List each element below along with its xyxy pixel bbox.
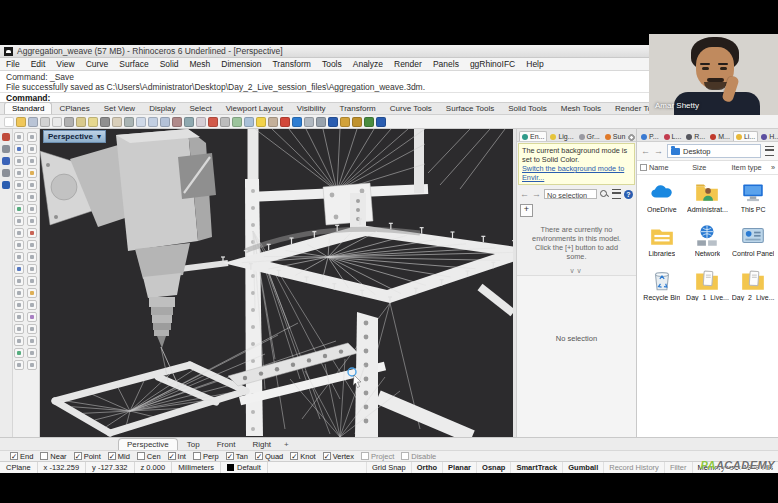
env-tab-en[interactable]: En... [519,131,547,141]
sidebar-tool-icon[interactable] [14,252,24,262]
move-view-icon[interactable] [124,117,134,127]
viewport-3d[interactable]: Perspective ▾ [40,129,513,437]
sidebar-tool-icon[interactable] [27,180,37,190]
move-icon[interactable] [220,117,230,127]
sidebar-tool-icon[interactable] [27,156,37,166]
sidebar-tool-icon[interactable] [14,240,24,250]
status-y-coordinate[interactable]: y -127.332 [86,462,134,473]
status-osnap[interactable]: Osnap [476,462,510,473]
sidebar-tool-icon[interactable] [27,240,37,250]
status-planar[interactable]: Planar [442,462,476,473]
sphere-dark-icon[interactable] [316,117,326,127]
search-icon[interactable] [600,190,609,199]
status-layer[interactable]: Default [221,462,268,473]
viewport-tab-front[interactable]: Front [209,439,244,450]
sidebar-tool-icon[interactable] [27,192,37,202]
sidebar-tool-icon[interactable] [14,168,24,178]
viewport-tab-top[interactable]: Top [179,439,208,450]
viewport-tab-perspective[interactable]: Perspective [118,438,178,450]
env-tab-lig[interactable]: Lig... [548,132,575,141]
menu-edit[interactable]: Edit [31,59,46,69]
column-header-name[interactable]: Name [649,163,690,172]
toolbar-tab-transform[interactable]: Transform [333,103,383,114]
column-header-item-type[interactable]: Item type [732,163,769,172]
osnap-toggle-disable[interactable]: Disable [401,452,436,461]
address-box[interactable]: Desktop [667,144,761,158]
lib-tab-m[interactable]: M... [708,132,732,141]
lib-tab-l[interactable]: L... [662,132,684,141]
sidebar-tool-icon[interactable] [14,336,24,346]
sidebar-tool-icon[interactable] [27,336,37,346]
sidebar-tool-icon[interactable] [14,360,24,370]
toolbar-tab-set-view[interactable]: Set View [97,103,142,114]
lib-tab-p[interactable]: P... [639,132,661,141]
forward-arrow-icon[interactable]: → [532,189,541,199]
add-viewport-tab-button[interactable]: + [280,439,293,450]
toolbar-tab-select[interactable]: Select [182,103,218,114]
status-gumball[interactable]: Gumball [562,462,603,473]
toolbar-tab-curve-tools[interactable]: Curve Tools [383,103,439,114]
sphere-gray-icon[interactable] [304,117,314,127]
viewport-title-tab[interactable]: Perspective ▾ [43,130,106,143]
sidebar-tool-icon[interactable] [27,252,37,262]
sidebar-tool-icon[interactable] [14,192,24,202]
sidebar-tool-icon[interactable] [27,216,37,226]
sidebar-tool-icon[interactable] [14,324,24,334]
selection-filter-box[interactable]: No selection [544,189,597,199]
toolbar-tab-mesh-tools[interactable]: Mesh Tools [554,103,608,114]
menu-tools[interactable]: Tools [322,59,342,69]
menu-mesh[interactable]: Mesh [190,59,211,69]
menu-solid[interactable]: Solid [160,59,179,69]
status-grid-snap[interactable]: Grid Snap [366,462,411,473]
orbit-icon[interactable] [244,117,254,127]
settings-gear-icon[interactable] [352,117,362,127]
toolbar-tab-surface-tools[interactable]: Surface Tools [439,103,501,114]
lock-icon[interactable] [268,117,278,127]
status-units[interactable]: Millimeters [172,462,221,473]
material-scoop-icon[interactable] [280,117,290,127]
circle-icon[interactable] [292,117,302,127]
menu-view[interactable]: View [56,59,74,69]
flag-icon[interactable] [340,117,350,127]
osnap-toggle-int[interactable]: ✓Int [168,452,186,461]
sidebar-tool-icon[interactable] [14,264,24,274]
copy-icon[interactable] [52,117,62,127]
sidebar-tool-icon[interactable] [14,300,24,310]
menu-help[interactable]: Help [526,59,543,69]
sidebar-tool-icon[interactable] [27,228,37,238]
file-item-network[interactable]: Network [685,223,731,257]
new-document-icon[interactable] [4,117,14,127]
select-brush-icon[interactable] [172,117,182,127]
menu-icon[interactable] [765,146,774,156]
delete-icon[interactable] [208,117,218,127]
toolbar-tab-standard[interactable]: Standard [4,102,52,114]
lamp-icon[interactable] [256,117,266,127]
env-tab-gr[interactable]: Gr... [577,132,602,141]
sidebar-tool-icon[interactable] [27,300,37,310]
lib-tab-r[interactable]: R... [684,132,707,141]
env-tab-sun[interactable]: Sun [603,132,627,141]
menu-icon[interactable] [612,189,621,199]
osnap-toggle-perp[interactable]: Perp [193,452,219,461]
menu-transform[interactable]: Transform [272,59,310,69]
osnap-toggle-knot[interactable]: ✓Knot [290,452,315,461]
sidebar-tool-icon[interactable] [27,288,37,298]
file-item-control-panel[interactable]: Control Panel [730,223,776,257]
sidebar-tool-icon[interactable] [14,144,24,154]
dock-tab-icon[interactable] [2,157,10,165]
sidebar-tool-icon[interactable] [14,216,24,226]
osnap-toggle-end[interactable]: ✓End [10,452,33,461]
cut-icon[interactable] [64,117,74,127]
switch-background-link[interactable]: Switch the background mode to Envir... [522,164,624,182]
sidebar-tool-icon[interactable] [14,204,24,214]
lib-tab-h[interactable]: H... [759,132,778,141]
menu-dimension[interactable]: Dimension [221,59,261,69]
back-arrow-icon[interactable]: ← [520,189,529,199]
osnap-toggle-project[interactable]: Project [361,452,394,461]
select-all-checkbox[interactable] [640,164,647,171]
status-smarttrack[interactable]: SmartTrack [510,462,562,473]
sidebar-tool-icon[interactable] [27,324,37,334]
osnap-toggle-tan[interactable]: ✓Tan [226,452,248,461]
gear-icon[interactable] [628,134,635,141]
add-environment-button[interactable]: + [520,204,533,217]
